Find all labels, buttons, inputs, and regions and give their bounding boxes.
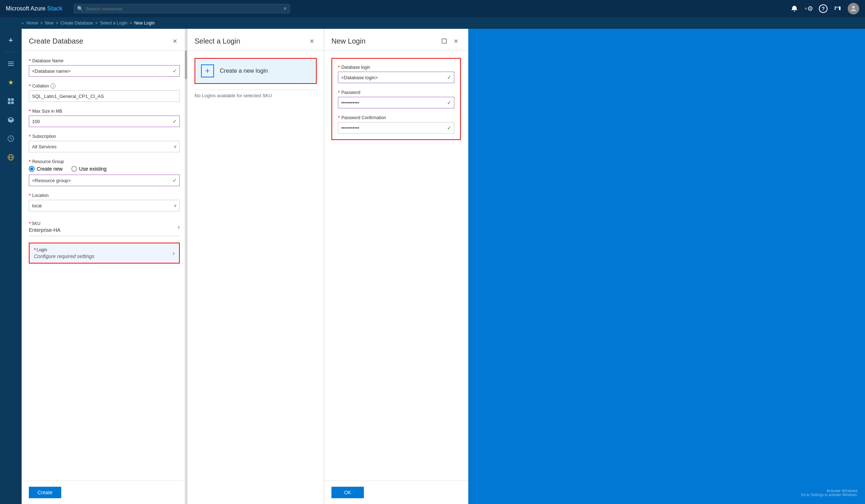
login-field[interactable]: * Login Configure required settings ›: [29, 243, 180, 264]
location-group: * Location local ∨: [29, 193, 180, 211]
settings-icon[interactable]: ⚙: [804, 4, 813, 13]
svg-rect-2: [8, 65, 14, 66]
sidebar-add-button[interactable]: +: [2, 32, 19, 49]
select-login-panel: Select a Login ✕ + Create a new login No…: [187, 29, 324, 504]
location-select[interactable]: local: [29, 200, 180, 211]
breadcrumb: » Home > New > Create Database > Select …: [0, 17, 865, 29]
resource-group-use-existing-option[interactable]: Use existing: [71, 166, 107, 172]
panel1-scroll-thumb[interactable]: [185, 50, 187, 79]
svg-rect-5: [8, 102, 10, 104]
sku-group: * SKU Enterprise-HA ›: [29, 218, 180, 236]
collation-label: * Collation i: [29, 83, 180, 89]
notifications-icon[interactable]: [790, 4, 799, 13]
panel3-header-actions: ✕: [439, 36, 461, 46]
password-confirm-input-wrapper: ✓: [338, 122, 454, 134]
breadcrumb-create-database[interactable]: Create Database: [61, 21, 93, 26]
maxsize-input-wrapper: ✓: [29, 116, 180, 127]
password-group: * Password ✓: [338, 90, 454, 108]
password-input[interactable]: [338, 97, 454, 108]
sidebar-dashboard-icon[interactable]: [2, 93, 19, 110]
resource-group-create-new-option[interactable]: Create new: [29, 166, 63, 172]
database-name-input[interactable]: [29, 65, 180, 77]
db-login-input[interactable]: [338, 72, 454, 83]
breadcrumb-select-login[interactable]: Select a Login: [100, 21, 127, 26]
collation-group: * Collation i: [29, 83, 180, 102]
panel3-footer: OK: [324, 481, 468, 504]
use-existing-radio[interactable]: [71, 166, 77, 172]
sidebar-favorites-icon[interactable]: ★: [2, 74, 19, 91]
password-confirm-input[interactable]: [338, 122, 454, 134]
sidebar-separator: [4, 52, 18, 52]
content-area: Create Database ✕ * Database Name ✓: [22, 29, 865, 504]
no-logins-text: No Logins available for selected SKU: [195, 90, 317, 98]
collation-info-icon[interactable]: i: [50, 84, 55, 89]
new-login-form: * Database login ✓ * Password: [331, 58, 461, 140]
sku-label: * SKU: [29, 221, 61, 226]
location-select-wrapper: local ∨: [29, 200, 180, 211]
breadcrumb-expand-icon[interactable]: »: [22, 21, 24, 25]
create-new-radio[interactable]: [29, 166, 35, 172]
maxsize-group: * Max Size in MB ✓: [29, 108, 180, 127]
panel3-body: * Database login ✓ * Password: [324, 51, 468, 481]
subscription-label: * Subscription: [29, 134, 180, 139]
help-icon[interactable]: ?: [819, 4, 828, 13]
location-label: * Location: [29, 193, 180, 198]
sidebar: + ★: [0, 29, 22, 504]
resource-group-label: * Resource Group: [29, 159, 180, 165]
sidebar-menu-icon[interactable]: [2, 55, 19, 72]
password-input-wrapper: ✓: [338, 97, 454, 108]
breadcrumb-home[interactable]: Home: [27, 21, 38, 26]
search-clear-icon[interactable]: ✕: [283, 6, 287, 11]
search-bar[interactable]: 🔍 ✕: [74, 4, 290, 13]
subscription-select[interactable]: All Services: [29, 141, 180, 152]
panel3-maximize-button[interactable]: [439, 36, 449, 46]
search-icon: 🔍: [77, 6, 83, 12]
panel2-header: Select a Login ✕: [187, 29, 324, 51]
login-arrow-icon: ›: [173, 249, 175, 257]
db-login-check-icon: ✓: [447, 75, 451, 80]
resource-group-radio-group: Create new Use existing: [29, 166, 180, 172]
panel3-title: New Login: [331, 37, 366, 45]
resource-group-input[interactable]: [29, 175, 180, 186]
panel3-header: New Login ✕: [324, 29, 468, 51]
search-input[interactable]: [85, 6, 282, 12]
resource-group-check-icon: ✓: [173, 177, 177, 183]
panel1-scrollbar[interactable]: [185, 29, 187, 504]
panel2-title: Select a Login: [195, 37, 240, 45]
maxsize-label: * Max Size in MB: [29, 108, 180, 114]
sidebar-resources-icon[interactable]: [2, 111, 19, 129]
breadcrumb-new[interactable]: New: [45, 21, 54, 26]
create-login-plus-icon: +: [201, 64, 214, 77]
db-login-input-wrapper: ✓: [338, 72, 454, 83]
svg-rect-6: [11, 102, 14, 104]
svg-rect-4: [11, 98, 14, 101]
panel3-close-button[interactable]: ✕: [451, 36, 461, 46]
create-button[interactable]: Create: [29, 487, 61, 498]
subscription-select-wrapper: All Services ∨: [29, 141, 180, 152]
feedback-icon[interactable]: [833, 4, 842, 13]
maxsize-input[interactable]: [29, 116, 180, 127]
collation-input[interactable]: [29, 90, 180, 102]
create-new-login-card[interactable]: + Create a new login: [195, 58, 317, 84]
panel1-close-button[interactable]: ✕: [170, 36, 180, 46]
password-check-icon: ✓: [447, 100, 451, 105]
database-name-input-wrapper: ✓: [29, 65, 180, 77]
login-value: Configure required settings: [34, 253, 173, 259]
resource-group-input-wrapper: ✓: [29, 175, 180, 186]
activate-windows-text: Activate Windows: [801, 489, 858, 493]
sku-field[interactable]: * SKU Enterprise-HA ›: [29, 218, 180, 236]
db-login-label: * Database login: [338, 64, 454, 70]
login-label: * Login: [34, 247, 173, 253]
avatar[interactable]: [848, 3, 859, 14]
sidebar-activity-icon[interactable]: [2, 130, 19, 147]
right-blue-area: Activate Windows Go to Settings to activ…: [468, 29, 865, 504]
svg-rect-0: [8, 62, 14, 62]
panel2-close-button[interactable]: ✕: [307, 36, 317, 46]
password-confirm-check-icon: ✓: [447, 125, 451, 131]
database-name-group: * Database Name ✓: [29, 58, 180, 77]
sidebar-globe-icon[interactable]: [2, 149, 19, 166]
password-label: * Password: [338, 90, 454, 95]
create-database-panel: Create Database ✕ * Database Name ✓: [22, 29, 187, 504]
resource-group-group: * Resource Group Create new Use existing: [29, 159, 180, 186]
ok-button[interactable]: OK: [331, 487, 364, 498]
